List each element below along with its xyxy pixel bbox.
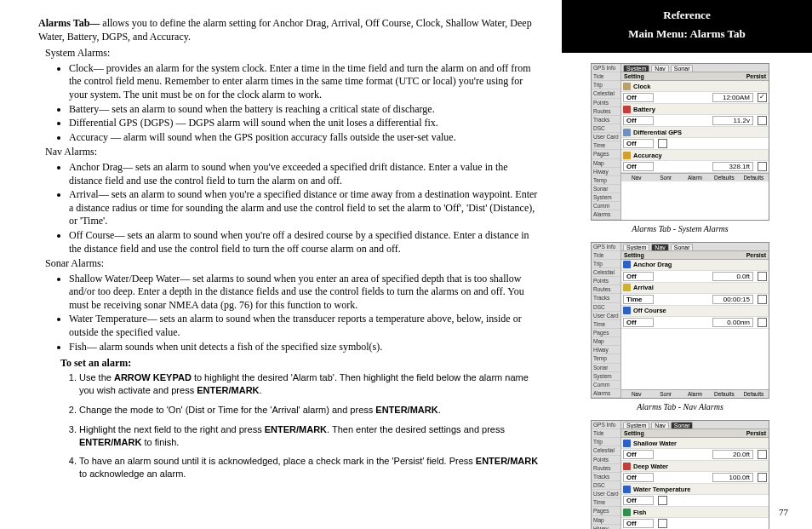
screen-sidebar: GPS InfoTideTripCelestialPointsRoutesTra… (592, 243, 621, 399)
step-item: Change the mode to 'On' (Dist or Time fo… (79, 404, 540, 417)
header-title-1: Reference (562, 9, 812, 22)
sidebar-column: Reference Main Menu: Alarms Tab GPS Info… (562, 0, 812, 529)
screenshots-container: GPS InfoTideTripCelestialPointsRoutesTra… (562, 53, 812, 529)
screenshot-sonar: GPS InfoTideTripCelestialPointsRoutesTra… (591, 420, 769, 529)
screen-top-tabs: System Nav Sonar (621, 243, 769, 250)
screen-ui: GPS InfoTideTripCelestialPointsRoutesTra… (591, 242, 769, 400)
screen-rows: Anchor DragOff0.0ftArrivalTime00:00:15Of… (621, 260, 769, 329)
step-item: Highlight the next field to the right an… (79, 423, 540, 449)
screen-bottom-tabs: NavSonrAlarmDefaultsDefaults (621, 389, 769, 398)
page-number: 77 (779, 507, 788, 517)
screen-sidebar: GPS InfoTideTripCelestialPointsRoutesTra… (592, 421, 621, 529)
tab-sonar: Sonar (671, 422, 694, 428)
step-item: Use the ARROW KEYPAD to highlight the de… (79, 371, 540, 397)
intro-paragraph: Alarms Tab— allows you to define the ala… (38, 17, 540, 43)
screen-ui: GPS InfoTideTripCelestialPointsRoutesTra… (591, 420, 769, 529)
list-item: Anchor Drag— sets an alarm to sound when… (69, 161, 540, 187)
list-item: Battery— sets an alarm to sound when the… (69, 103, 540, 117)
system-alarms-list: Clock— provides an alarm for the system … (38, 62, 540, 145)
tab-nav: Nav (651, 65, 668, 72)
screen-columns-header: SettingPersist (621, 72, 769, 81)
intro-lead: Alarms Tab— (38, 17, 100, 29)
list-item: Water Temperature— sets an alarm to soun… (69, 313, 540, 339)
intro-text: allows you to define the alarm setting f… (38, 17, 532, 43)
nav-alarms-label: Nav Alarms: (45, 146, 540, 159)
screen-rows: ClockOff12:00AM✓BatteryOff11.2vDifferent… (621, 81, 769, 173)
main-text-column: Alarms Tab— allows you to define the ala… (0, 0, 562, 529)
screen-columns-header: SettingPersist (621, 428, 769, 438)
list-item: Differential GPS (DGPS) — DGPS alarm wil… (69, 117, 540, 130)
tab-sonar: Sonar (671, 244, 694, 250)
screenshot-nav: GPS InfoTideTripCelestialPointsRoutesTra… (591, 242, 769, 412)
sonar-alarms-list: Shallow Water/Deep Water— set alarms to … (38, 273, 540, 354)
tab-nav: Nav (651, 244, 668, 250)
sonar-alarms-label: Sonar Alarms: (45, 257, 540, 271)
screen-top-tabs: System Nav Sonar (621, 64, 769, 72)
howto-heading: To set an alarm: (60, 357, 540, 370)
tab-sonar: Sonar (671, 65, 694, 72)
list-item: Clock— provides an alarm for the system … (69, 62, 540, 102)
tab-system: System (623, 244, 649, 250)
tab-nav: Nav (651, 422, 668, 428)
caption: Alarms Tab - Nav Alarms (591, 402, 769, 411)
list-item: Shallow Water/Deep Water— set alarms to … (69, 273, 540, 313)
reference-header: Reference Main Menu: Alarms Tab (562, 0, 812, 53)
step-item: To have an alarm sound until it is ackno… (79, 455, 540, 480)
nav-alarms-list: Anchor Drag— sets an alarm to sound when… (38, 161, 540, 256)
list-item: Accuracy — alarm will sound when the GPS… (69, 131, 540, 145)
screen-ui: GPS InfoTideTripCelestialPointsRoutesTra… (591, 63, 769, 221)
list-item: Off Course— sets an alarm to sound when … (69, 229, 540, 256)
screen-sidebar: GPS InfoTideTripCelestialPointsRoutesTra… (592, 64, 621, 220)
screen-rows: Shallow WaterOff20.0ftDeep WaterOff100.0… (621, 438, 769, 529)
caption: Alarms Tab - System Alarms (591, 224, 769, 233)
header-title-2: Main Menu: Alarms Tab (562, 27, 812, 41)
list-item: Arrival— sets an alarm to sound when you… (69, 188, 540, 228)
tab-system: System (623, 422, 649, 428)
screen-columns-header: SettingPersist (621, 250, 769, 260)
screenshot-system: GPS InfoTideTripCelestialPointsRoutesTra… (591, 63, 769, 233)
howto-steps: Use the ARROW KEYPAD to highlight the de… (38, 371, 540, 480)
tab-system: System (623, 65, 649, 72)
system-alarms-label: System Alarms: (45, 47, 540, 60)
screen-bottom-tabs: NavSonrAlarmDefaultsDefaults (621, 173, 769, 181)
list-item: Fish— alarm sounds when unit detects a f… (69, 341, 540, 354)
screen-top-tabs: System Nav Sonar (621, 421, 769, 428)
